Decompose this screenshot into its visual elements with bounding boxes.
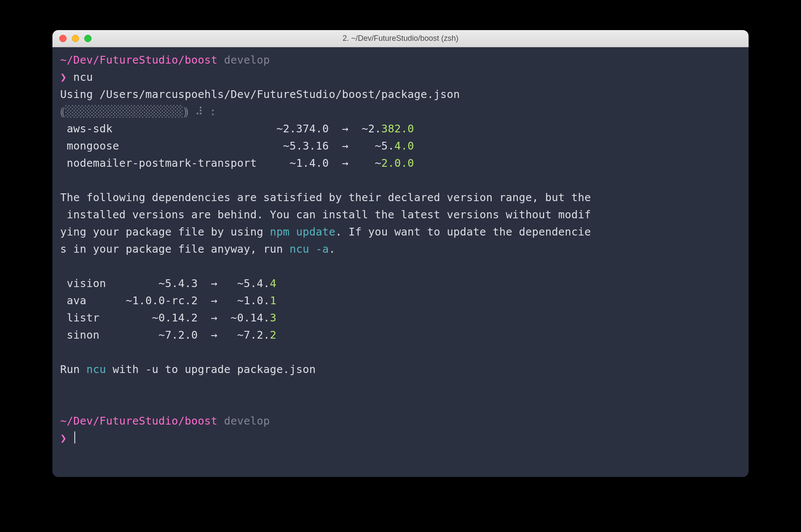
traffic-lights [52,35,92,42]
dep-to: ~7.2.2 [237,329,277,341]
minimize-icon[interactable] [72,35,79,42]
dep-to: ~2.382.0 [362,122,414,135]
explain-l3: ying your package file by using npm upda… [60,223,741,241]
command-line-1: ❯ ncu [60,69,741,86]
updates-minor-block: vision ~5.4.3 → ~5.4.4 ava ~1.0.0-rc.2 →… [60,275,741,344]
prompt-line-2: ~/Dev/FutureStudio/boost develop [60,413,741,430]
dep-name: sinon [67,329,119,341]
dep-name: ava [67,294,119,307]
titlebar: 2. ~/Dev/FutureStudio/boost (zsh) [52,30,749,47]
blank [60,395,741,413]
dependency-row: sinon ~7.2.0 → ~7.2.2 [60,327,741,344]
dependency-row: vision ~5.4.3 → ~5.4.4 [60,275,741,292]
npm-update-cmd: npm update [270,226,336,238]
zoom-icon[interactable] [84,35,92,42]
dependency-row: ava ~1.0.0-rc.2 → ~1.0.1 [60,292,741,309]
dep-from: ~1.0.0-rc.2 [119,294,198,307]
dep-from: ~0.14.2 [119,312,198,324]
dep-to: ~5.4.0 [375,140,414,152]
dependency-row: listr ~0.14.2 → ~0.14.3 [60,309,741,327]
dependency-row: mongoose ~5.3.16 → ~5.4.0 [60,138,741,155]
dep-from: ~2.374.0 [276,122,329,135]
prompt-branch: develop [224,54,270,66]
footer-line: Run ncu with -u to upgrade package.json [60,361,741,378]
terminal-window: 2. ~/Dev/FutureStudio/boost (zsh) ~/Dev/… [52,30,749,477]
dep-name: listr [67,312,119,324]
dep-to: ~1.0.1 [237,294,277,307]
dep-to: ~2.0.0 [375,157,414,169]
explain-l1: The following dependencies are satisfied… [60,189,741,206]
blank [60,378,741,395]
window-title: 2. ~/Dev/FutureStudio/boost (zsh) [52,34,749,43]
dep-name: mongoose [67,140,276,152]
explain-l4: s in your package file anyway, run ncu -… [60,241,741,258]
terminal-body[interactable]: ~/Dev/FutureStudio/boost develop❯ ncuUsi… [52,47,749,477]
prompt-path: ~/Dev/FutureStudio/boost [60,54,217,66]
blank [60,344,741,361]
cursor-icon [74,431,75,443]
dep-from: ~5.3.16 [276,140,329,152]
close-icon[interactable] [59,35,67,42]
dep-to: ~5.4.4 [237,277,277,290]
dep-from: ~1.4.0 [276,157,329,169]
command-line-2: ❯ [60,430,741,447]
dependency-row: aws-sdk ~2.374.0 → ~2.382.0 [60,120,741,138]
dependency-row: nodemailer-postmark-transport ~1.4.0 → ~… [60,155,741,172]
dep-from: ~5.4.3 [119,277,198,290]
ncu-cmd: ncu [86,363,106,376]
using-line: Using /Users/marcuspoehls/Dev/FutureStud… [60,86,741,103]
command-text: ncu [73,71,93,83]
dep-to: ~0.14.3 [231,312,277,324]
dep-from: ~7.2.0 [119,329,198,341]
dep-name: nodemailer-postmark-transport [67,157,276,169]
dep-name: aws-sdk [67,122,276,135]
ncu-a-cmd: ncu -a [290,243,329,255]
prompt-symbol: ❯ [60,71,67,83]
blank [60,258,741,275]
blank [60,172,741,189]
dep-name: vision [67,277,119,290]
updates-major-block: aws-sdk ~2.374.0 → ~2.382.0 mongoose ~5.… [60,120,741,172]
prompt-line-1: ~/Dev/FutureStudio/boost develop [60,52,741,69]
explain-l2: installed versions are behind. You can i… [60,206,741,223]
progress-line: ⸨░░░░░░░░░░░░░░░░░░⸩ ⠼ : [60,103,741,120]
